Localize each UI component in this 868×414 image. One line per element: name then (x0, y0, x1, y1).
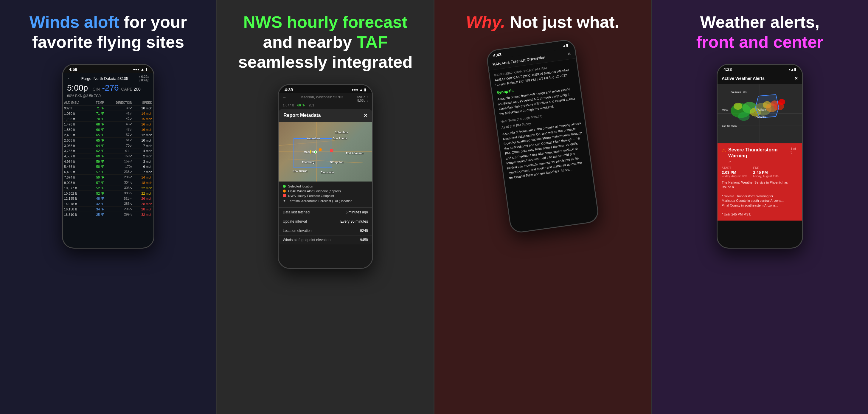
svg-text:San Tan Valley: San Tan Valley (722, 125, 738, 127)
alert-card: ⚠ Severe Thunderstorm Warning ↗ 1 of 3 S… (717, 143, 802, 220)
phone-header-1: ← Fargo, North Dakota 58105 ↑ 6:22a ↓ 8:… (63, 73, 153, 100)
svg-text:Mesa: Mesa (722, 109, 728, 112)
external-link-icon[interactable]: ↗ (728, 160, 731, 163)
sunset: ↓ 8:41p (138, 79, 149, 82)
phone-mockup-3: 4:42 ▲▮ RAH Area Forecast Discussion ✕ 0… (486, 38, 599, 234)
status-bar-4: 4:23 ●▲▮ (717, 65, 802, 73)
alert-end: END 2:45 PM Friday, August 12th (753, 166, 778, 178)
svg-marker-16 (755, 95, 779, 118)
city-stoughton: Stoughton (330, 161, 344, 164)
alerts-close[interactable]: ✕ (795, 76, 798, 81)
alerts-title: Active Weather Alerts (722, 76, 765, 81)
alert-body: The National Weather Service in Phoenix … (722, 180, 798, 217)
location-bar: ← Fargo, North Dakota 58105 ↑ 6:22a ↓ 8:… (67, 75, 149, 82)
panel-4-title-line1: Weather alerts, (700, 12, 819, 31)
svg-point-10 (738, 112, 750, 121)
wifi-icon: ▲ (141, 67, 144, 71)
winds-table: ALT. (MSL) TEMP DIRECTION SPEED 932 ft 7… (63, 100, 153, 217)
phone-mockup-2: 4:39 ●●●▲▮ ← Madison, Wisconsin 53703 6:… (278, 84, 373, 269)
panel-3-why: Why. (466, 12, 505, 31)
col-temp: TEMP (89, 100, 105, 106)
metadata-fetched: Data last fetched 6 minutes ago (279, 207, 372, 217)
city-fortatkinson: Fort Atkinson (346, 152, 363, 155)
modal-close[interactable]: ✕ (364, 113, 367, 118)
back-arrow[interactable]: ← (67, 76, 71, 81)
legend-square-nws (283, 194, 286, 197)
modal-title: Report Metadata (283, 113, 321, 118)
modal-header: Report Metadata ✕ (279, 109, 372, 122)
battery-icon: ▮ (146, 67, 148, 71)
legend-taf: ✈ Terminal Aerodrome Forecast (TAF) loca… (283, 199, 368, 203)
city-columbus: Columbus (335, 131, 348, 134)
status-time-4: 4:23 (723, 67, 732, 72)
table-row: 1,880 ft 66 °F 47↙ 16 mph (63, 127, 153, 132)
panel-4-title: Weather alerts, front and center (696, 12, 823, 52)
table-row: 3,038 ft 64 °F 70↙ 7 mph (63, 143, 153, 148)
alert-badge: 1 of 3 (790, 147, 798, 154)
panel-3-rest: Not just what. (505, 12, 619, 31)
table-row: 10,502 ft 52 °F 303↘ 22 mph (63, 191, 153, 196)
panel-1-title-highlight: Winds aloft (30, 12, 119, 31)
status-icons-3: ▲▮ (562, 43, 568, 48)
close-forecast[interactable]: ✕ (567, 51, 571, 57)
display-time: 5:00p CIN -276 CAPE 200 (67, 83, 149, 93)
svg-text:Gilbert: Gilbert (758, 109, 766, 112)
winds-table-container: ALT. (MSL) TEMP DIRECTION SPEED 932 ft 7… (63, 100, 153, 248)
radar-svg: Fountain Hills Mesa Gilbert Chandler San… (717, 84, 802, 143)
panel-nws: NWS hourly forecast and nearby TAF seaml… (216, 0, 434, 414)
table-row: 2,405 ft 65 °F 57↙ 12 mph (63, 132, 153, 138)
panel-winds-aloft: Winds aloft for your favorite flying sit… (0, 0, 216, 414)
status-icons-1: ●●● ▲ ▮ (133, 67, 148, 71)
table-row: 9,003 ft 57 °F 304↘ 18 mph (63, 180, 153, 185)
nws-square (330, 149, 333, 152)
status-time-2: 4:39 (285, 87, 293, 92)
panel-2-title-taf: TAF (357, 32, 388, 51)
sky-info: 80% BKN@3.5k 7G9 (67, 94, 149, 98)
radar-map: Fountain Hills Mesa Gilbert Chandler San… (717, 84, 802, 143)
metadata-gridpoint-elev: Winds aloft gridpoint elevation 945ft (279, 235, 372, 244)
table-row: 4,557 ft 60 °F 150↗ 2 mph (63, 153, 153, 159)
panel-1-title-line2: favorite flying sites (32, 32, 184, 51)
location-2: Madison, Wisconsin 53703 (300, 95, 343, 102)
panel-alerts: Weather alerts, front and center 4:23 ●▲… (651, 0, 868, 414)
map-area: Columbus Waunakee Sun Prairie Madison Fo… (279, 122, 372, 181)
panel-2-title-nws: NWS hourly forecast (243, 12, 408, 31)
svg-text:Chandler: Chandler (755, 116, 766, 119)
col-alt: ALT. (MSL) (63, 100, 89, 106)
status-bar-1: 4:56 ●●● ▲ ▮ (63, 65, 153, 73)
table-row: 16,158 ft 34 °F 296↘ 28 mph (63, 207, 153, 212)
sunrise: ↑ 6:22a (138, 75, 149, 79)
signal-icon: ●●● (133, 67, 140, 71)
panel-2-title-integrated: seamlessly integrated (238, 53, 412, 71)
panel-4-title-highlight: front and center (696, 32, 823, 51)
city-waunakee: Waunakee (307, 137, 320, 140)
col-dir: DIRECTION (105, 100, 133, 106)
table-row: 3,753 ft 62 °F 91→ 4 mph (63, 148, 153, 153)
panel-3-title: Why. Not just what. (466, 12, 619, 32)
status-bar-2: 4:39 ●●●▲▮ (279, 85, 372, 93)
legend-gridpoint: Op40 Winds Aloft Gridpoint (approx) (283, 189, 368, 193)
selected-location-dot (314, 150, 317, 153)
legend-area: Selected location Op40 Winds Aloft Gridp… (279, 181, 372, 207)
alert-title-section: ⚠ Severe Thunderstorm Warning ↗ (722, 147, 790, 164)
warning-icon: ⚠ (722, 148, 726, 153)
city-fitchburg: Fitchburg (302, 161, 315, 164)
phone-mockup-4: 4:23 ●▲▮ Active Weather Alerts ✕ (717, 64, 803, 248)
forecast-content: 000 FXUS62 KRAH 121959 AFDRAH AREA FOREC… (489, 58, 592, 184)
radar-bg: Fountain Hills Mesa Gilbert Chandler San… (717, 84, 802, 143)
table-row: 18,310 ft 25 °F 299↘ 32 mph (63, 212, 153, 217)
city-sunprairie: Sun Prairie (333, 137, 347, 140)
table-row: 7,674 ft 59 °F 296↗ 14 mph (63, 175, 153, 180)
alert-title: Severe Thunderstorm Warning (728, 147, 790, 158)
panel-2-title-and: and nearby (263, 32, 356, 51)
table-row: 12,185 ft 48 °F 291→ 26 mph (63, 196, 153, 201)
city-evansville: Evansville (321, 171, 334, 174)
table-row: 1,030 ft 71 °F 41↙ 14 mph (63, 111, 153, 116)
table-row: 1,476 ft 68 °F 43↙ 16 mph (63, 122, 153, 127)
panel-why: Why. Not just what. 4:42 ▲▮ RAH Area For… (434, 0, 651, 414)
legend-selected: Selected location (283, 184, 368, 188)
legend-dot-selected (283, 185, 286, 188)
map-bg: Columbus Waunakee Sun Prairie Madison Fo… (279, 122, 372, 181)
phone-mockup-1: 4:56 ●●● ▲ ▮ ← Fargo, North Dakota 58105… (62, 64, 154, 248)
location-text: Fargo, North Dakota 58105 (81, 76, 128, 81)
